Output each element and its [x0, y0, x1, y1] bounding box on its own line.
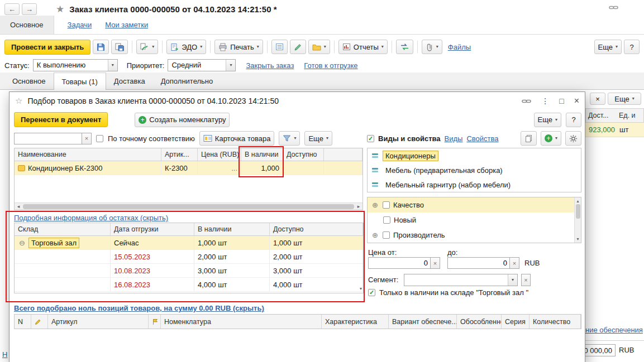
only-in-stock-checkbox[interactable]: ✓ — [368, 289, 375, 296]
create-based-on-dropdown[interactable]: ▾ — [136, 40, 158, 54]
column-series[interactable]: Серия — [502, 315, 529, 329]
kinds-checkbox[interactable]: ✓ — [367, 135, 374, 142]
scroll-right-icon[interactable]: ▸ — [355, 204, 362, 209]
stock-row[interactable]: 15.05.2023 2,000 шт 2,000 шт — [15, 250, 363, 264]
stock-details-link[interactable]: Подробная информация об остатках (скрыть… — [14, 214, 168, 222]
edit-button[interactable] — [290, 40, 306, 54]
ready-to-ship-link[interactable]: Готов к отгрузке — [304, 61, 357, 70]
selection-summary-link[interactable]: Всего подобрано ноль позиций товаров, на… — [14, 304, 264, 312]
stock-row[interactable]: 10.08.2023 3,000 шт 3,000 шт — [15, 264, 363, 278]
settings-button[interactable] — [565, 131, 581, 146]
tab-delivery[interactable]: Доставка — [106, 73, 153, 89]
column-n[interactable]: N — [15, 315, 31, 329]
tree-item-manufacturer[interactable]: ⊕ Производитель — [368, 228, 581, 243]
column-sku[interactable]: Артик... — [161, 148, 198, 161]
scrollbar-thumb[interactable] — [576, 204, 580, 219]
column-nomenclature[interactable]: Номенклатура — [161, 315, 322, 329]
scroll-left-icon[interactable]: ◂ — [15, 204, 22, 209]
bg-column-unit[interactable]: Ед. и — [617, 108, 644, 123]
stock-row[interactable]: 16.08.2023 4,000 шт 4,000 шт — [15, 278, 363, 292]
properties-vertical-scrollbar[interactable]: ▴ ▾ — [574, 197, 581, 243]
column-supply-option[interactable]: Вариант обеспече... — [389, 315, 457, 329]
reports-dropdown[interactable]: Отчеты ▾ — [338, 40, 388, 54]
help-button[interactable]: ? — [624, 40, 640, 54]
tab-additional[interactable]: Дополнительно — [153, 73, 221, 89]
kind-item-conditioners[interactable]: Кондиционеры — [368, 148, 581, 163]
edo-dropdown[interactable]: ЭДО ▾ — [166, 40, 206, 54]
dialog-close-icon[interactable]: × — [574, 96, 579, 105]
post-and-close-button[interactable]: Провести и закрыть — [4, 40, 90, 55]
manufacturer-checkbox[interactable] — [383, 231, 390, 239]
tab-goods[interactable]: Товары (1) — [54, 73, 106, 90]
stock-row[interactable]: ⊖ Торговый зал Сейчас 1,000 шт 1,000 шт — [15, 236, 363, 250]
collapse-icon[interactable]: ⊖ — [18, 239, 26, 247]
column-flag-icon-header[interactable] — [149, 315, 161, 329]
column-name[interactable]: Наименование — [15, 148, 161, 161]
status-select[interactable]: К выполнению ▾ — [33, 59, 118, 71]
section-tab-main[interactable]: Основное — [0, 16, 54, 34]
files-link[interactable]: Файлы — [448, 43, 471, 51]
scrollbar-thumb[interactable] — [23, 204, 354, 209]
add-kind-dropdown[interactable]: + ▾ — [541, 131, 561, 146]
create-item-button[interactable]: + Создать номенклатуру — [135, 113, 230, 127]
bg-supply-state-link[interactable]: ние обеспечения — [585, 326, 643, 334]
dialog-maximize-icon[interactable]: □ — [559, 97, 564, 105]
exact-match-checkbox[interactable] — [96, 135, 103, 142]
kind-item-furniture-set[interactable]: Мебельный гарнитур (набор мебели) — [368, 177, 581, 192]
scroll-up-icon[interactable]: ▴ — [576, 198, 579, 204]
scroll-down-icon[interactable]: ▾ — [360, 286, 362, 291]
attachments-dropdown[interactable]: ▾ — [422, 40, 442, 54]
list-view-button[interactable] — [271, 40, 288, 54]
dialog-menu-icon[interactable]: ⋮ — [541, 97, 549, 105]
goods-horizontal-scrollbar[interactable]: ◂ ▸ — [15, 202, 362, 210]
item-card-button[interactable]: Карточка товара — [199, 131, 275, 146]
filter-dropdown[interactable]: ▾ — [279, 131, 300, 146]
goods-row[interactable]: Кондиционер БК-2300 К-2300 ... 1,000 — [15, 161, 362, 175]
save-and-post-button[interactable] — [111, 40, 128, 54]
dialog-favorite-star-icon[interactable]: ☆ — [15, 96, 22, 106]
quality-checkbox[interactable] — [383, 201, 390, 209]
expand-icon[interactable]: ⊕ — [371, 231, 379, 239]
exchange-button[interactable] — [396, 40, 413, 54]
bg-column-available[interactable]: Дост... — [585, 108, 617, 123]
folder-dropdown[interactable]: ▾ — [308, 40, 330, 54]
column-ship-date[interactable]: Дата отгрузки — [111, 223, 194, 235]
column-available[interactable]: Доступно — [270, 223, 363, 235]
print-dropdown[interactable]: Печать ▾ — [214, 40, 263, 54]
save-button[interactable] — [93, 40, 109, 54]
bg-close-button[interactable]: × — [590, 93, 605, 105]
properties-link[interactable]: Свойства — [466, 134, 498, 143]
column-separate[interactable]: Обособленно — [457, 315, 502, 329]
tab-main[interactable]: Основное — [4, 73, 54, 89]
expand-icon[interactable]: ⊕ — [371, 201, 379, 209]
favorite-star-icon[interactable]: ★ — [56, 3, 64, 15]
back-button[interactable]: ← — [4, 3, 20, 15]
section-link-notes[interactable]: Мои заметки — [105, 16, 148, 34]
copy-button[interactable] — [521, 131, 537, 146]
search-input[interactable] — [14, 133, 82, 144]
column-sku[interactable]: Артикул — [48, 315, 149, 329]
bg-more-dropdown[interactable]: Еще ▾ — [608, 93, 641, 105]
price-to-clear-button[interactable]: × — [510, 257, 519, 269]
priority-select[interactable]: Средний ▾ — [168, 59, 236, 71]
bg-left-link-fragment[interactable]: Н — [2, 350, 7, 359]
dialog-help-button[interactable]: ? — [566, 113, 581, 127]
kind-item-furniture[interactable]: Мебель (предварительная сборка) — [368, 163, 581, 177]
kinds-link[interactable]: Виды — [445, 134, 463, 143]
new-checkbox[interactable] — [383, 216, 390, 224]
forward-button[interactable]: → — [22, 3, 37, 15]
column-edit-icon-header[interactable] — [31, 315, 48, 329]
dialog-more-dropdown[interactable]: Еще ▾ — [534, 113, 561, 127]
segment-select[interactable]: ▾ — [404, 274, 518, 286]
column-characteristic[interactable]: Характеристика — [322, 315, 389, 329]
section-link-tasks[interactable]: Задачи — [68, 16, 92, 34]
segment-clear-button[interactable]: × — [521, 274, 531, 286]
more-dropdown[interactable]: Еще ▾ — [594, 40, 622, 54]
column-price[interactable]: Цена (RUB) — [198, 148, 241, 161]
dialog-link-icon[interactable] — [522, 98, 531, 105]
scroll-down-icon[interactable]: ▾ — [576, 236, 579, 242]
filter-more-dropdown[interactable]: Еще ▾ — [304, 131, 332, 146]
tree-item-quality[interactable]: ⊕ Качество — [368, 197, 581, 213]
transfer-to-document-button[interactable]: Перенести в документ — [14, 112, 108, 127]
column-stock[interactable]: В наличии — [194, 223, 270, 235]
